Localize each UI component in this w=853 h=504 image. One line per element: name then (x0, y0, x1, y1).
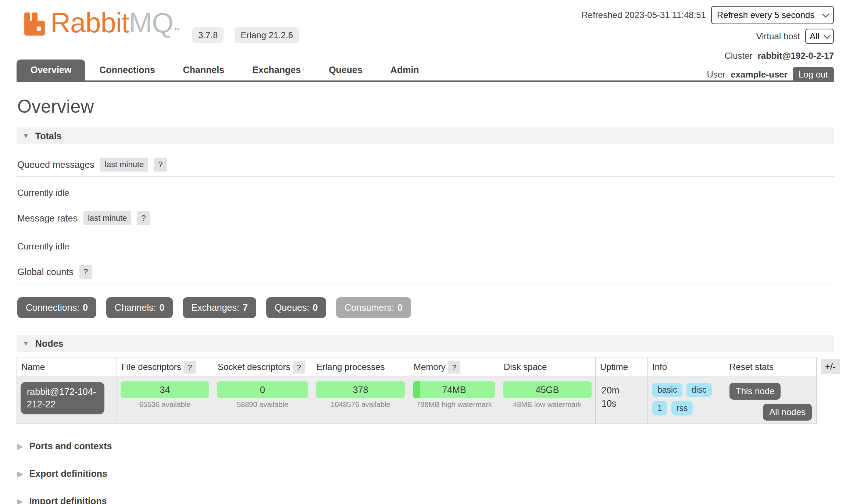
tab-connections[interactable]: Connections (85, 60, 169, 80)
refresh-interval-select[interactable]: Refresh every 5 seconds (711, 6, 834, 24)
col-disk-space: Disk space (499, 357, 596, 377)
memory-bar: 74MB (413, 381, 495, 398)
ports-and-contexts-section[interactable]: ▶ Ports and contexts (17, 441, 834, 451)
exchanges-counter: Exchanges:7 (183, 297, 256, 318)
chevron-down-icon (822, 11, 829, 17)
info-tag-basic: basic (652, 383, 682, 397)
column-toggle-button[interactable]: +/- (821, 359, 840, 374)
consumers-counter-label: Consumers: (345, 302, 394, 313)
socket-descriptors-detail: 58890 available (216, 400, 309, 409)
consumers-counter: Consumers:0 (336, 297, 411, 318)
col-reset-stats: Reset stats (725, 357, 817, 377)
connections-counter-value: 0 (83, 302, 88, 313)
message-rates-range-badge[interactable]: last minute (83, 211, 131, 225)
triangle-right-icon: ▶ (17, 442, 23, 451)
message-rates-help-icon[interactable]: ? (137, 211, 150, 225)
queued-messages-label: Queued messages (17, 159, 94, 170)
queued-messages-range-badge[interactable]: last minute (100, 158, 148, 172)
consumers-counter-value: 0 (397, 302, 403, 313)
node-name-cell: rabbit@172-104-212-22 (17, 377, 117, 424)
export-definitions-section[interactable]: ▶ Export definitions (17, 468, 834, 479)
file-descriptors-detail: 65536 available (120, 400, 210, 409)
totals-section-title: Totals (35, 131, 62, 141)
info-tag-disc: disc (686, 383, 712, 397)
memory-cell: 74MB 798MB high watermark (409, 377, 499, 424)
col-file-descriptors: File descriptors ? (117, 357, 213, 377)
refreshed-timestamp: Refreshed 2023-05-31 11:48:51 (582, 10, 706, 20)
triangle-down-icon: ▼ (22, 339, 29, 348)
triangle-down-icon: ▼ (22, 132, 29, 140)
file-descriptors-cell: 34 65536 available (117, 377, 213, 424)
tab-admin[interactable]: Admin (376, 60, 433, 80)
info-tag-rss: rss (671, 401, 693, 415)
nodes-section-header[interactable]: ▼ Nodes (17, 335, 834, 352)
col-info: Info (648, 357, 725, 377)
node-name-badge: rabbit@172-104-212-22 (21, 382, 104, 414)
channels-counter: Channels:0 (106, 297, 173, 318)
disk-space-cell: 45GB 48MB low watermark (499, 377, 596, 424)
virtual-host-value: All (810, 31, 820, 42)
virtual-host-select[interactable]: All (805, 29, 834, 44)
message-rates-status: Currently idle (17, 241, 834, 252)
uptime-value: 20m 10s (599, 380, 623, 410)
brand-rabbit: Rabbit (50, 7, 129, 38)
global-counts-row: Connections:0 Channels:0 Exchanges:7 Que… (17, 297, 834, 318)
triangle-right-icon: ▶ (17, 497, 23, 504)
virtual-host-label: Virtual host (756, 31, 800, 42)
connections-counter: Connections:0 (17, 297, 96, 318)
version-badges: 3.7.8 Erlang 21.2.6 (192, 27, 299, 43)
refresh-interval-value: Refresh every 5 seconds (717, 10, 814, 20)
socket-descriptors-cell: 0 58890 available (213, 377, 312, 424)
connections-counter-label: Connections: (26, 302, 79, 313)
tab-queues[interactable]: Queues (315, 60, 376, 80)
queued-messages-heading: Queued messages last minute ? (17, 158, 834, 177)
memory-detail: 798MB high watermark (412, 400, 496, 409)
erlang-processes-detail: 1048576 available (315, 400, 406, 409)
erlang-processes-value: 378 (353, 385, 368, 395)
col-uptime: Uptime (596, 357, 648, 377)
totals-section-header[interactable]: ▼ Totals (17, 127, 834, 144)
rabbitmq-rabbit-icon (24, 12, 50, 36)
erlang-processes-cell: 378 1048576 available (312, 377, 409, 424)
file-descriptors-value: 34 (160, 385, 170, 395)
nodes-section-title: Nodes (35, 338, 63, 349)
nodes-table-wrap: Name File descriptors ? Socket descripto… (17, 357, 834, 424)
info-tag-1: 1 (652, 401, 667, 415)
queued-messages-help-icon[interactable]: ? (154, 158, 167, 172)
exchanges-counter-value: 7 (243, 302, 248, 313)
reset-stats-cell: This node All nodes (725, 377, 817, 424)
triangle-right-icon: ▶ (17, 469, 23, 478)
queued-messages-status: Currently idle (17, 188, 834, 198)
tab-channels[interactable]: Channels (169, 60, 239, 80)
queues-counter: Queues:0 (266, 297, 326, 318)
file-descriptors-help-icon[interactable]: ? (183, 361, 196, 374)
message-rates-heading: Message rates last minute ? (17, 211, 834, 230)
memory-help-icon[interactable]: ? (448, 361, 460, 374)
nodes-table: Name File descriptors ? Socket descripto… (17, 357, 817, 424)
socket-descriptors-help-icon[interactable]: ? (293, 361, 305, 374)
import-definitions-label: Import definitions (29, 496, 107, 504)
version-badge: 3.7.8 (192, 27, 224, 43)
reset-this-node-button[interactable]: This node (729, 383, 781, 400)
node-row: rabbit@172-104-212-22 34 65536 available… (17, 377, 817, 424)
page-title: Overview (17, 96, 834, 117)
global-counts-heading: Global counts ? (17, 265, 834, 284)
import-definitions-section[interactable]: ▶ Import definitions (17, 496, 834, 504)
memory-value: 74MB (442, 385, 466, 395)
global-counts-label: Global counts (17, 267, 74, 277)
header: RabbitMQ™ 3.7.8 Erlang 21.2.6 Refreshed … (17, 0, 834, 82)
brand-mq: MQ (129, 7, 173, 38)
global-counts-help-icon[interactable]: ? (79, 265, 92, 279)
brand-trademark: ™ (174, 27, 179, 33)
chevron-down-icon (824, 32, 830, 39)
disk-space-detail: 48MB low watermark (502, 400, 592, 409)
nodes-header-row: Name File descriptors ? Socket descripto… (17, 357, 817, 377)
col-erlang-processes: Erlang processes (312, 357, 409, 377)
channels-counter-label: Channels: (115, 302, 156, 313)
memory-used-fill (413, 381, 420, 398)
tab-exchanges[interactable]: Exchanges (238, 60, 315, 80)
socket-descriptors-value: 0 (260, 385, 265, 395)
channels-counter-value: 0 (159, 302, 164, 313)
tab-overview[interactable]: Overview (17, 60, 85, 80)
reset-all-nodes-button[interactable]: All nodes (763, 404, 812, 421)
